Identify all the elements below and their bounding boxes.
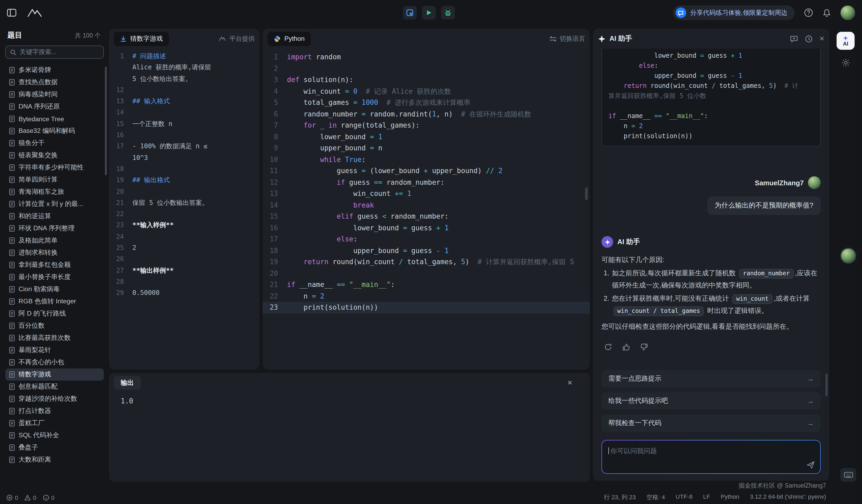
- status-item[interactable]: LF: [703, 493, 710, 501]
- swap-arrows-icon: [550, 36, 557, 42]
- problem-line: 28: [109, 276, 259, 288]
- sidebar-item[interactable]: 字符串有多少种可能性: [5, 161, 104, 174]
- output-tab-label: 输出: [121, 378, 134, 387]
- sidebar-item[interactable]: 查找热点数据: [5, 76, 104, 89]
- promo-banner[interactable]: 分享代码练习体验,领限量定制周边: [673, 5, 795, 20]
- settings-gear-icon[interactable]: [841, 58, 850, 67]
- suggestion-button[interactable]: 帮我检查一下代码→: [601, 414, 821, 432]
- sidebar-item[interactable]: 计算位置 x 到 y 的最...: [5, 198, 104, 210]
- output-close-icon[interactable]: ×: [567, 379, 572, 387]
- regenerate-icon[interactable]: [601, 341, 614, 354]
- sidebar-item[interactable]: 蛋糕工厂: [5, 417, 104, 429]
- sidebar-item[interactable]: 拿到最多红包金额: [5, 259, 104, 271]
- info-indicator[interactable]: 0: [43, 494, 54, 501]
- thumbs-up-icon[interactable]: [619, 341, 632, 354]
- code-line: else:: [609, 61, 814, 71]
- language-tab[interactable]: Python: [267, 31, 311, 46]
- ai-badge-label: AI: [843, 41, 848, 46]
- close-panel-icon[interactable]: ×: [819, 35, 824, 43]
- floating-user-avatar[interactable]: [840, 248, 856, 264]
- send-icon[interactable]: [806, 461, 815, 469]
- ai-panel-scrollbar[interactable]: [825, 374, 827, 396]
- sidebar-item[interactable]: Cion 勒索病毒: [5, 283, 104, 295]
- help-icon[interactable]: [804, 8, 813, 17]
- user-avatar[interactable]: [840, 5, 855, 20]
- sidebar-item[interactable]: 猫鱼分干: [5, 137, 104, 149]
- sidebar-item[interactable]: 及格如此简单: [5, 235, 104, 247]
- sidebar-item[interactable]: 最小替换子串长度: [5, 271, 104, 283]
- code-line: 23 print(solution(n)): [263, 302, 590, 313]
- embed-button[interactable]: [403, 6, 417, 19]
- status-item[interactable]: UTF-8: [676, 493, 693, 501]
- sidebar-item[interactable]: 百分位数: [5, 320, 104, 332]
- editor-panel: Python 切换语言 1import random2 3def solutio…: [263, 29, 590, 370]
- ai-toggle-badge[interactable]: AI: [837, 32, 854, 50]
- switch-language-button[interactable]: 切换语言: [550, 34, 585, 43]
- output-panel: 输出 × 1.0: [109, 373, 590, 482]
- sidebar-item[interactable]: 病毒感染时间: [5, 89, 104, 101]
- sidebar-scrollbar[interactable]: [105, 67, 107, 175]
- sidebar-item[interactable]: 阿 D 的飞行路线: [5, 308, 104, 320]
- problem-line: 27**输出样例**: [109, 265, 259, 276]
- sidebar-item[interactable]: 链表聚集交换: [5, 149, 104, 161]
- sidebar-item[interactable]: 比赛最高获胜次数: [5, 332, 104, 344]
- code-line: 12 if guess == random_number:: [263, 176, 590, 188]
- sidebar-item[interactable]: DNA 序列还原: [5, 101, 104, 113]
- search-icon: [10, 49, 16, 55]
- sidebar-item[interactable]: Bytedance Tree: [5, 113, 104, 125]
- history-icon[interactable]: [805, 35, 812, 43]
- code-line: 15 elif guess < random_number:: [263, 211, 590, 222]
- sidebar-item[interactable]: 大数和距离: [5, 454, 104, 466]
- status-item[interactable]: Python: [721, 493, 739, 501]
- sidebar-item[interactable]: 暴雨梨花针: [5, 344, 104, 356]
- sidebar-item[interactable]: 青海湖租车之旅: [5, 186, 104, 198]
- sidebar-item[interactable]: 和的逆运算: [5, 210, 104, 222]
- new-chat-icon[interactable]: [790, 35, 798, 43]
- thumbs-down-icon[interactable]: [638, 341, 650, 354]
- problem-line: 1# 问题描述: [109, 51, 259, 62]
- status-item[interactable]: 行 23, 列 23: [604, 493, 636, 501]
- sidebar-item[interactable]: 简单四则计算: [5, 174, 104, 186]
- code-line: 16 lower_bound = guess + 1: [263, 222, 590, 234]
- sidebar-item[interactable]: 不再贪心的小包: [5, 356, 104, 369]
- error-indicator[interactable]: 0: [6, 494, 18, 501]
- sidebar-item[interactable]: SQL 代码补全: [5, 429, 104, 441]
- keyboard-icon: [844, 472, 853, 478]
- search-input[interactable]: 关键字搜索...: [5, 45, 104, 59]
- sidebar-toggle-icon[interactable]: [7, 9, 16, 17]
- run-button[interactable]: [422, 6, 436, 19]
- sidebar-item[interactable]: 猜数字游戏: [5, 369, 104, 381]
- chat-user-avatar: [808, 176, 821, 189]
- warning-indicator[interactable]: 0: [25, 494, 37, 501]
- statusbar: 0 0 0 行 23, 列 23空格: 4UTF-8LFPython3.12.2…: [0, 491, 862, 504]
- inline-code-chip: random_number: [739, 269, 794, 278]
- problem-line: 18: [109, 163, 259, 175]
- status-item[interactable]: 3.12.2 64-bit ('shims': pyenv): [750, 493, 826, 501]
- sidebar-item[interactable]: RGB 色值转 Integer: [5, 295, 104, 308]
- code-lines[interactable]: 1import random2 3def solution(n):4 win_c…: [263, 49, 590, 367]
- sidebar-item[interactable]: 穿越沙漠的补给次数: [5, 393, 104, 405]
- suggestion-button[interactable]: 需要一点思路提示→: [601, 370, 821, 387]
- status-item[interactable]: 空格: 4: [646, 493, 665, 501]
- debug-bug-button[interactable]: [441, 6, 455, 19]
- output-tab[interactable]: 输出: [114, 376, 141, 390]
- editor-scrollbar[interactable]: [585, 187, 588, 200]
- ai-chat-scroll[interactable]: lower_bound = guess + 1 else: upper_boun…: [593, 49, 829, 365]
- suggestion-button[interactable]: 给我一些代码提示吧→: [601, 392, 821, 410]
- notifications-bell-icon[interactable]: [822, 8, 831, 17]
- sidebar-item[interactable]: 环状 DNA 序列整理: [5, 222, 104, 235]
- code-line: return round(win_count / total_games, 5)…: [609, 81, 814, 91]
- sidebar-item[interactable]: Base32 编码和解码: [5, 125, 104, 137]
- sidebar-item[interactable]: 多米诺骨牌: [5, 64, 104, 76]
- ai-input-box[interactable]: 你可以问我问题: [601, 440, 821, 474]
- sidebar-item[interactable]: 创意标题匹配: [5, 381, 104, 393]
- sidebar-item[interactable]: 打点计数器: [5, 405, 104, 417]
- python-icon: [274, 35, 280, 42]
- problem-tab[interactable]: 猜数字游戏: [114, 31, 169, 46]
- sidebar-item[interactable]: 叠盘子: [5, 441, 104, 454]
- code-line: 19 return round(win_count / total_games,…: [263, 256, 590, 268]
- app-logo-mountain-icon[interactable]: [27, 8, 43, 17]
- user-message-bubble: 为什么输出的不是预期的概率值?: [707, 196, 821, 215]
- keyboard-shortcut-button[interactable]: [840, 468, 856, 482]
- sidebar-item[interactable]: 进制求和转换: [5, 247, 104, 259]
